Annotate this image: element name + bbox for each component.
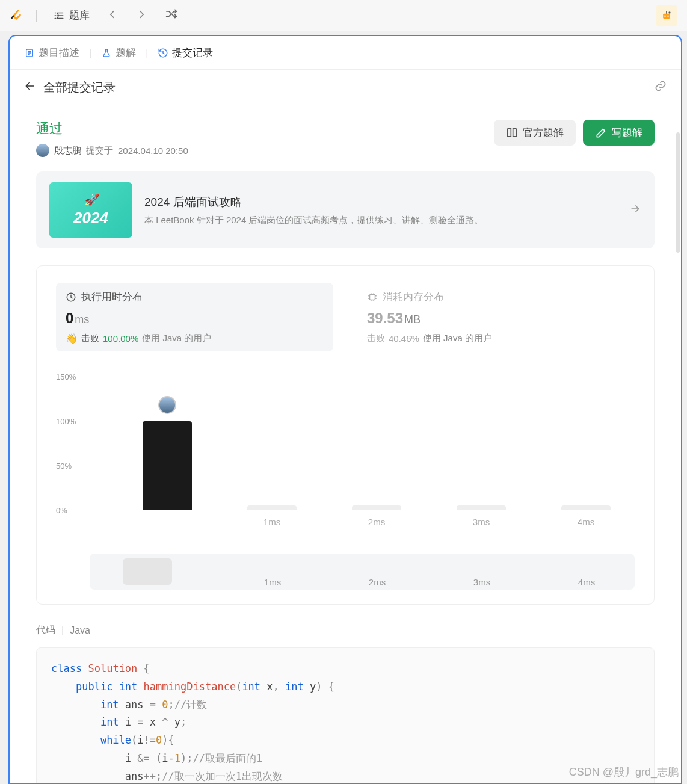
problem-list-button[interactable]: 题库 [49, 6, 94, 25]
status-left: 通过 殷志鹏 提交于 2024.04.10 20:50 [36, 120, 188, 157]
promo-year: 2024 [73, 209, 108, 227]
svg-point-3 [668, 11, 670, 13]
page-title: 全部提交记录 [43, 79, 647, 96]
chart-bar[interactable] [561, 505, 611, 510]
beats-label: 击败 [81, 333, 99, 344]
tab-description-label: 题目描述 [39, 46, 79, 60]
chart-bar[interactable] [247, 505, 297, 510]
main-panel: 题目描述 | 题解 | 提交记录 全部提交记录 通 [8, 35, 682, 784]
memory-tab[interactable]: 消耗内存分布 39.53MB 击败 40.46% 使用 Java 的用户 [357, 283, 635, 351]
rocket-icon: 🚀 [84, 193, 97, 206]
random-problem-button[interactable] [159, 5, 183, 25]
runtime-beats-pct: 100.00% [103, 333, 138, 344]
x-label: 3ms [473, 517, 490, 527]
tab-solution[interactable]: 题解 [97, 43, 140, 62]
list-icon [54, 10, 64, 21]
page-header: 全部提交记录 [10, 70, 681, 105]
runtime-tab[interactable]: 执行用时分布 0ms 👋 击败 100.00% 使用 Java 的用户 [56, 283, 333, 351]
code-block[interactable]: class Solution { public int hammingDista… [36, 647, 655, 783]
runtime-unit: ms [75, 313, 89, 326]
runtime-value-row: 0ms [66, 310, 324, 327]
clock-icon [66, 292, 76, 303]
history-icon [158, 48, 168, 58]
official-solution-button[interactable]: 官方题解 [494, 120, 576, 146]
flask-icon [101, 48, 112, 58]
promo-desc: 本 LeetBook 针对于 2024 后端岗位的面试高频考点，提供练习、讲解、… [144, 215, 617, 226]
robot-icon [661, 10, 673, 22]
memory-value-row: 39.53MB [367, 310, 625, 327]
copy-link-button[interactable] [655, 80, 667, 95]
write-solution-label: 写题解 [612, 126, 642, 140]
memory-unit: MB [404, 313, 421, 326]
divider [36, 10, 37, 22]
x-label: 1ms [263, 517, 280, 527]
promo-title: 2024 后端面试攻略 [144, 194, 617, 210]
ai-assistant-button[interactable] [656, 5, 677, 26]
leetcode-logo[interactable] [10, 8, 24, 23]
top-right [656, 5, 677, 26]
submitted-prefix: 提交于 [86, 145, 113, 156]
tab-submissions[interactable]: 提交记录 [154, 43, 217, 62]
description-icon [24, 48, 35, 58]
svg-rect-0 [663, 13, 670, 18]
username[interactable]: 殷志鹏 [54, 145, 81, 156]
y-tick: 100% [56, 417, 76, 426]
top-bar: 题库 [0, 0, 687, 31]
book-icon [506, 127, 518, 139]
status-title: 通过 [36, 120, 188, 138]
submitted-time: 2024.04.10 20:50 [118, 146, 188, 156]
y-tick: 50% [56, 461, 72, 471]
scrub-label: 4ms [578, 577, 595, 587]
x-label: 2ms [368, 517, 385, 527]
write-solution-button[interactable]: 写题解 [583, 120, 655, 146]
promo-card[interactable]: 🚀 2024 2024 后端面试攻略 本 LeetBook 针对于 2024 后… [36, 171, 655, 248]
chart-bar[interactable] [457, 505, 506, 510]
chart-user-marker[interactable] [158, 396, 176, 414]
code-separator: | [61, 625, 64, 636]
stats-card: 执行用时分布 0ms 👋 击败 100.00% 使用 Java 的用户 [36, 265, 655, 605]
memory-label: 消耗内存分布 [383, 290, 444, 304]
y-tick: 0% [56, 506, 67, 515]
code-header-lang: Java [70, 625, 90, 636]
runtime-value: 0 [66, 310, 73, 326]
svg-rect-6 [370, 294, 375, 300]
scrollbar[interactable] [676, 132, 680, 253]
chart-bar[interactable] [352, 505, 401, 510]
runtime-chart: 150% 100% 50% 0% 1ms 2ms 3ms 4ms [56, 366, 635, 528]
chart-area: 1ms 2ms 3ms 4ms [98, 377, 629, 510]
panel-tabs: 题目描述 | 题解 | 提交记录 [10, 36, 681, 70]
back-button[interactable] [24, 80, 36, 96]
tab-description[interactable]: 题目描述 [20, 43, 83, 62]
chart-bar[interactable] [143, 421, 192, 510]
prev-problem-button[interactable] [102, 6, 123, 25]
memory-label-row: 消耗内存分布 [367, 290, 625, 304]
scrub-label: 3ms [473, 577, 490, 587]
tab-separator: | [146, 48, 148, 58]
content-area: 通过 殷志鹏 提交于 2024.04.10 20:50 官方题解 写题解 [10, 105, 681, 783]
memory-beats-pct: 40.46% [389, 333, 419, 344]
chart-scrub[interactable]: 1ms 2ms 3ms 4ms [90, 554, 635, 590]
chip-icon [367, 292, 378, 303]
promo-image: 🚀 2024 [49, 182, 132, 238]
tab-separator: | [89, 48, 91, 58]
svg-point-2 [667, 15, 669, 17]
status-actions: 官方题解 写题解 [494, 120, 655, 146]
submission-info: 殷志鹏 提交于 2024.04.10 20:50 [36, 144, 188, 157]
x-label: 4ms [578, 517, 594, 527]
arrow-right-icon [629, 203, 641, 218]
next-problem-button[interactable] [131, 6, 152, 25]
tab-solution-label: 题解 [116, 46, 136, 60]
runtime-using: 使用 Java 的用户 [142, 333, 211, 344]
submission-status-row: 通过 殷志鹏 提交于 2024.04.10 20:50 官方题解 写题解 [36, 120, 655, 157]
memory-using: 使用 Java 的用户 [423, 333, 492, 344]
beats-label-mem: 击败 [367, 333, 385, 344]
memory-value: 39.53 [367, 310, 403, 326]
tab-submissions-label: 提交记录 [172, 46, 213, 60]
runtime-label: 执行用时分布 [81, 290, 143, 304]
y-tick: 150% [56, 372, 76, 381]
svg-point-1 [664, 15, 666, 17]
scrub-label: 1ms [264, 577, 281, 587]
stats-tabs: 执行用时分布 0ms 👋 击败 100.00% 使用 Java 的用户 [56, 283, 635, 351]
scrub-handle[interactable] [123, 558, 172, 585]
avatar[interactable] [36, 144, 49, 157]
